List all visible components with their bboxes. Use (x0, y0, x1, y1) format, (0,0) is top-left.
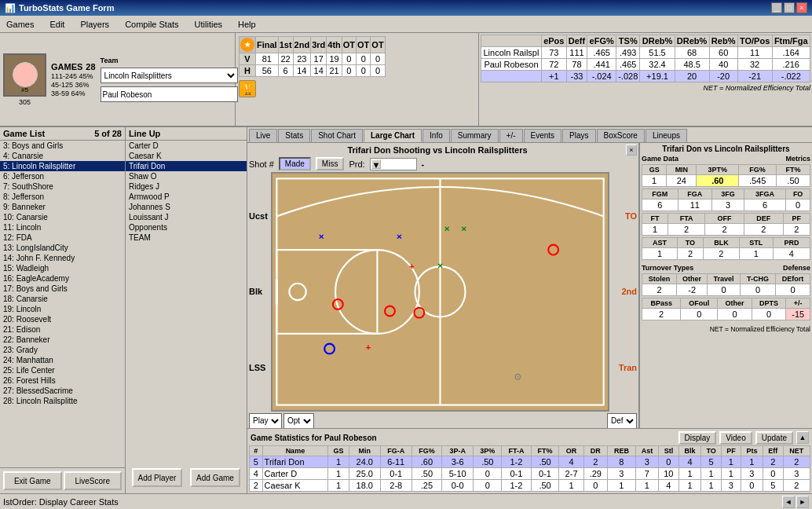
list-item-9[interactable]: 12: FDA (0, 233, 125, 243)
menu-edit[interactable]: Edit (46, 18, 68, 31)
play-ctrl: Play Opt (249, 413, 314, 428)
list-item-14[interactable]: 17: Boys and Girls (0, 284, 125, 294)
tab-info[interactable]: Info (422, 129, 450, 142)
list-item-18[interactable]: 21: Edison (0, 324, 125, 335)
lineup-item-1[interactable]: Caesar K (126, 151, 247, 161)
miss-btn[interactable]: Miss (316, 157, 345, 170)
lineup-item-8[interactable]: Opponents (126, 222, 247, 233)
lineup-item-7[interactable]: Louissant J (126, 212, 247, 222)
game-list[interactable]: 3: Boys and Girls 4: Canarsie 5: Lincoln… (0, 141, 125, 468)
coach-input[interactable] (101, 86, 238, 102)
tab-lineups[interactable]: Lineups (646, 129, 687, 142)
list-item-8[interactable]: 11: Lincoln (0, 222, 125, 233)
list-item-22[interactable]: 25: Life Center (0, 365, 125, 375)
tab-stats[interactable]: Stats (278, 129, 310, 142)
video-btn[interactable]: Video (719, 431, 752, 445)
list-item-17[interactable]: 20: Roosevelt (0, 314, 125, 324)
score-icon: ★ (240, 38, 254, 52)
minimize-btn[interactable]: _ (771, 2, 782, 13)
play-select[interactable]: Play (249, 413, 282, 428)
list-item-7[interactable]: 10: Canarsie (0, 212, 125, 222)
lineup-item-2[interactable]: Trifari Don (126, 161, 247, 171)
tab-shot-chart[interactable]: Shot Chart (311, 129, 363, 142)
def-select[interactable]: Def (607, 413, 637, 428)
team-select[interactable]: Lincoln Railsplitters (101, 68, 238, 83)
chart-close-btn[interactable]: × (626, 145, 637, 156)
list-item-12[interactable]: 15: Wadleigh (0, 263, 125, 273)
stats-panel-title: Trifari Don vs Lincoln Railsplitters (642, 145, 810, 153)
list-item-25[interactable]: 28: Lincoln Railsplitte (0, 396, 125, 406)
list-item-5[interactable]: 8: Jefferson (0, 192, 125, 202)
exit-game-btn[interactable]: Exit Game (3, 471, 62, 490)
list-item-0[interactable]: 3: Boys and Girls (0, 141, 125, 151)
list-item-15[interactable]: 18: Canarsie (0, 294, 125, 304)
lineup-list[interactable]: Carter D Caesar K Trifari Don Shaw O Rid… (126, 141, 247, 462)
list-item-1[interactable]: 4: Canarsie (0, 151, 125, 161)
lineup-item-9[interactable]: TEAM (126, 233, 247, 243)
game-factors-table: ePos Deff eFG% TS% DReb% DReb% Reb% TO/P… (481, 35, 810, 82)
lineup-item-4[interactable]: Ridges J (126, 181, 247, 192)
list-item-11[interactable]: 14: John F. Kennedy (0, 253, 125, 263)
menu-compile-stats[interactable]: Compile Stats (122, 18, 181, 31)
title-bar-controls[interactable]: _ □ × (771, 2, 807, 13)
court-chart: Trifari Don Shooting vs Lincoln Railspli… (247, 143, 639, 428)
made-btn[interactable]: Made (279, 157, 311, 170)
net-total-label: NET = Normalized Efficiency Total (642, 325, 810, 333)
table-row-1[interactable]: 4 Carter D 1 25.0 0-1 .50 5-10 0 0-1 0-1 (250, 468, 810, 480)
list-item-3[interactable]: 6: Jefferson (0, 171, 125, 181)
menu-help[interactable]: Help (235, 18, 259, 31)
list-item-6[interactable]: 9: Banneker (0, 202, 125, 212)
score-icon-row: 🏆 (239, 80, 475, 97)
tab-events[interactable]: Events (524, 129, 562, 142)
net-label: NET = Normalized Efficiency Total (481, 84, 810, 92)
table-row-0[interactable]: 5 Trifari Don 1 24.0 6-11 .60 3-6 .50 1-… (250, 456, 810, 468)
list-item-23[interactable]: 26: Forest Hills (0, 375, 125, 386)
player-stats-table-container[interactable]: # Name GS Min FG-A FG% 3P-A 3P% FT-A FT% (249, 445, 810, 492)
stats-table-3: FT FTA OFF DEF PF 1 2 2 2 2 (642, 213, 810, 236)
update-btn[interactable]: Update (755, 431, 793, 445)
menu-utilities[interactable]: Utilities (192, 18, 225, 31)
list-item-13[interactable]: 16: EagleAcademy (0, 273, 125, 284)
lineup-item-3[interactable]: Shaw O (126, 171, 247, 181)
team-select-area: Team Lincoln Railsplitters (101, 57, 238, 102)
list-item-2[interactable]: 5: Lincoln Railsplitter (0, 161, 125, 171)
add-game-btn[interactable]: Add Game (190, 468, 240, 487)
stats-right-panel: Trifari Don vs Lincoln Railsplitters Gam… (639, 143, 812, 428)
lineup-item-6[interactable]: Johannes S (126, 202, 247, 212)
list-item-20[interactable]: 23: Grady (0, 345, 125, 355)
display-btn[interactable]: Display (678, 431, 717, 445)
tab-plus-minus[interactable]: +/- (499, 129, 523, 142)
list-item-19[interactable]: 22: Banneker (0, 335, 125, 345)
scroll-left-btn[interactable]: ◄ (782, 496, 795, 508)
lineup-item-5[interactable]: Armwood P (126, 192, 247, 202)
add-player-btn[interactable]: Add Player (132, 468, 182, 487)
menu-games[interactable]: Games (3, 18, 37, 31)
turnover-table: Stolen Other Travel T-CHG DEfort 2 -2 0 … (642, 273, 810, 296)
tab-boxscore[interactable]: BoxScore (597, 129, 645, 142)
list-item-24[interactable]: 27: BlessedSacrime (0, 386, 125, 396)
list-item-21[interactable]: 24: Manhattan (0, 355, 125, 365)
shot-label: Shot # (249, 159, 274, 169)
maximize-btn[interactable]: □ (784, 2, 795, 13)
table-row-2[interactable]: 2 Caesar K 1 18.0 2-8 .25 0-0 0 1-2 .50 (250, 480, 810, 492)
scroll-right-btn[interactable]: ► (796, 496, 809, 508)
lineup-item-0[interactable]: Carter D (126, 141, 247, 151)
close-btn[interactable]: × (796, 2, 807, 13)
tab-summary[interactable]: Summary (451, 129, 499, 142)
prd-btn[interactable]: ▼ (371, 159, 381, 169)
tab-live[interactable]: Live (249, 129, 277, 142)
trophy-icon: 🏆 (239, 80, 256, 97)
list-item-4[interactable]: 7: SouthShore (0, 181, 125, 192)
tab-large-chart[interactable]: Large Chart (364, 129, 422, 142)
bottom-section: Game List 5 of 28 3: Boys and Girls 4: C… (0, 127, 812, 493)
scroll-controls: ◄ ► (782, 496, 809, 508)
livescore-btn[interactable]: LiveScore (64, 471, 123, 490)
scroll-up-arrow[interactable]: ▲ (796, 431, 809, 444)
menu-players[interactable]: Players (77, 18, 112, 31)
list-item-16[interactable]: 19: Lincoln (0, 304, 125, 314)
tab-plays[interactable]: Plays (562, 129, 595, 142)
prd-selector[interactable]: ▼ (370, 158, 417, 170)
list-item-10[interactable]: 13: LongIslandCity (0, 243, 125, 253)
opt-select[interactable]: Opt (283, 413, 314, 428)
main-content: #5 305 GAMES 28 111-245 45% 45-125 36% 3… (0, 33, 812, 509)
